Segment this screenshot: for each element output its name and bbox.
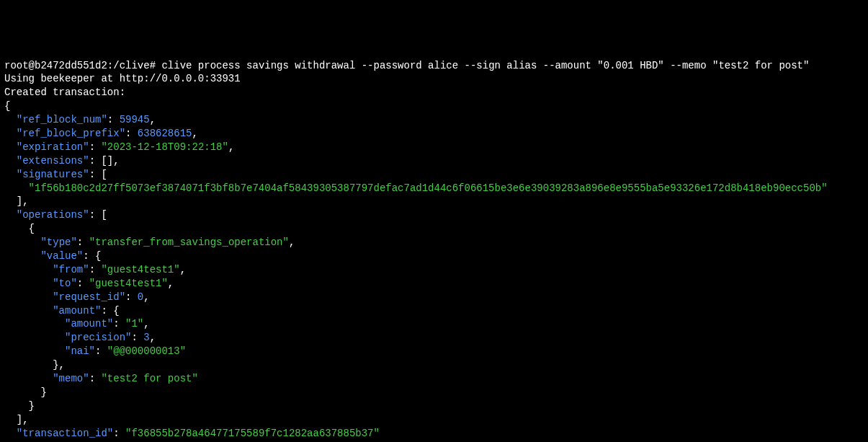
ref-block-prefix-value: 638628615 (138, 128, 192, 139)
expiration-key: "expiration" (17, 141, 89, 153)
nai-key: "nai" (65, 345, 95, 357)
extensions-key: "extensions" (17, 155, 89, 167)
ref-block-prefix-key: "ref_block_prefix" (17, 128, 125, 139)
ref-block-num-key: "ref_block_num" (17, 114, 107, 125)
memo-value: "test2 for post" (101, 373, 197, 384)
to-value: "guest4test1" (89, 278, 168, 289)
value-key: "value" (40, 250, 83, 262)
signatures-key: "signatures" (17, 169, 89, 180)
expiration-value: "2023-12-18T09:22:18" (101, 141, 228, 153)
from-key: "from" (53, 264, 89, 275)
transaction-id-value: "f36855b278a46477175589f7c1282aa637885b3… (125, 428, 380, 439)
ref-block-num-value: 59945 (120, 114, 150, 125)
terminal-output[interactable]: root@b2472dd551d2:/clive# clive process … (4, 59, 864, 442)
beekeeper-line: Using beekeeper at http://0.0.0.0:33931 (4, 73, 241, 84)
precision-value: 3 (143, 332, 149, 343)
precision-key: "precision" (65, 332, 131, 343)
json-open-brace: { (4, 100, 10, 112)
nai-value: "@@000000013" (107, 345, 186, 357)
signature-value: "1f56b180c2d27ff5073ef3874071f3bf8b7e740… (29, 182, 828, 194)
to-key: "to" (53, 278, 77, 289)
type-value: "transfer_from_savings_operation" (89, 237, 289, 248)
shell-prompt: root@b2472dd551d2:/clive# (4, 60, 156, 71)
amount-inner-key: "amount" (65, 318, 113, 330)
from-value: "guest4test1" (101, 264, 179, 275)
request-id-key: "request_id" (53, 291, 125, 303)
command-text: clive process savings withdrawal --passw… (161, 60, 809, 71)
amount-inner-value: "1" (125, 318, 143, 330)
type-key: "type" (40, 237, 76, 248)
operations-key: "operations" (17, 209, 89, 221)
memo-key: "memo" (53, 373, 89, 384)
extensions-value: [] (101, 155, 113, 167)
transaction-id-key: "transaction_id" (17, 428, 113, 439)
request-id-value: 0 (138, 291, 143, 303)
amount-key: "amount" (53, 305, 101, 317)
created-transaction-line: Created transaction: (4, 87, 125, 98)
